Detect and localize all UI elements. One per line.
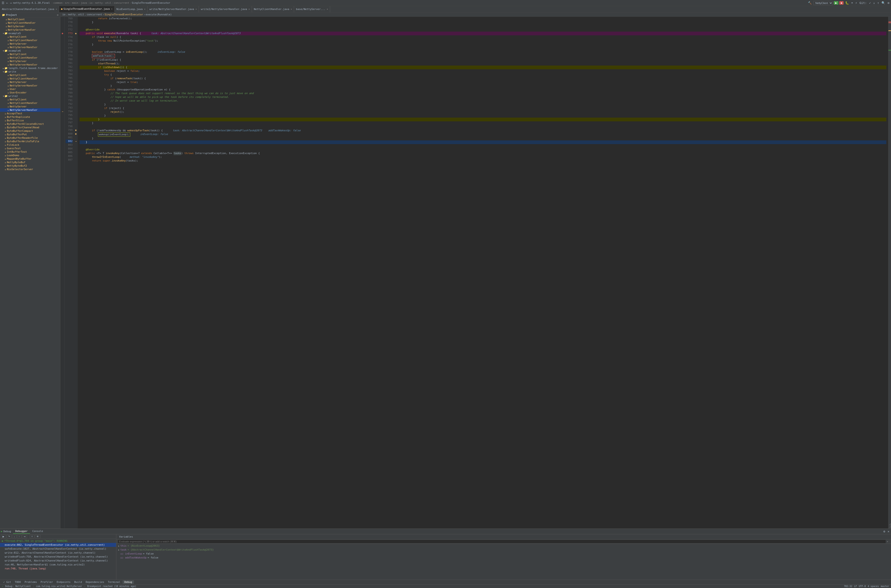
tree-item-ex5-netty-client[interactable]: ☕ NettyClient: [0, 35, 60, 39]
run-to-cursor-btn[interactable]: ⇥: [22, 535, 27, 538]
breakpoint-icon[interactable]: ●: [60, 32, 65, 35]
tree-item-write-netty-client[interactable]: ☕ NettyClient: [0, 74, 60, 77]
tree-item-write-netty-client-handler[interactable]: ☕ NettyClientHandler: [0, 77, 60, 80]
expand-icon[interactable]: ▶: [118, 549, 119, 551]
eval-input[interactable]: [118, 540, 886, 543]
tree-item-write2-netty-client-handler[interactable]: ☕ NettyClientHandler: [0, 101, 60, 105]
tab-write-server[interactable]: write/NettyServerHandler.java ×: [147, 6, 199, 12]
tree-item-ex5-netty-server[interactable]: ☕ NettyServer: [0, 42, 60, 45]
tab-close-icon[interactable]: ×: [111, 8, 113, 10]
stack-frame-1[interactable]: safeExecute:1027, AbstractChannelHandler…: [0, 547, 116, 551]
tree-item-bytebuffer-put[interactable]: ☕ ByteBufferPut: [0, 133, 60, 136]
tree-folder-length-field[interactable]: ▶ 📁 length.field.based.frame.decoder: [0, 66, 60, 70]
right-scrollbar-area[interactable]: ⚠19 ⚠10: [888, 17, 891, 528]
netty-client-status[interactable]: NettyClient: [15, 585, 31, 588]
dependencies-toolbar-item[interactable]: Dependencies: [84, 580, 105, 584]
tree-folder-write2[interactable]: ▼ 📁 write2: [0, 94, 60, 98]
todo-toolbar-item[interactable]: TODO: [13, 580, 23, 584]
tree-item-write2-netty-server-handler[interactable]: ☕ NettyServerHandler: [0, 108, 60, 112]
server-status[interactable]: com.tuling.nio.write2.NettyServer: [36, 585, 82, 588]
tab-netty-client-handler[interactable]: NettyClientHandler.java ×: [252, 6, 294, 12]
var-addtaskwakesup[interactable]: ▶ ○○ addTaskWakesUp = false: [116, 556, 891, 560]
search-icon[interactable]: 🔍: [881, 1, 886, 5]
tree-item-netty-server-1[interactable]: ☕ NettyServer: [0, 25, 60, 28]
tab-console[interactable]: Console: [30, 529, 45, 534]
debug-settings-icon[interactable]: ⚙: [883, 530, 886, 533]
tree-item-ex5-netty-client-handler[interactable]: ☕ NettyClientHandler: [0, 39, 60, 42]
git-icon[interactable]: Git:: [859, 1, 867, 5]
step-over-btn[interactable]: ↷: [6, 535, 12, 538]
tree-item-ex6-netty-client-handler[interactable]: ☕ NettyClientHandler: [0, 56, 60, 60]
debug-button[interactable]: 🐛: [844, 1, 850, 5]
watch-btn[interactable]: 👁: [35, 535, 41, 538]
stack-frame-4[interactable]: writeAndFlush:824, AbstractChannelHandle…: [0, 559, 116, 562]
tree-item-buffer-slice[interactable]: ☕ BufferSlice: [0, 119, 60, 122]
back-icon[interactable]: ←: [6, 1, 9, 5]
endpoints-toolbar-item[interactable]: Endpoints: [56, 580, 72, 584]
tab-close-icon[interactable]: ×: [248, 8, 250, 10]
tree-item-accept-test[interactable]: ☕ AcceptTest: [0, 112, 60, 115]
tab-debugger[interactable]: Debugger: [13, 529, 30, 534]
var-task[interactable]: ▶ task = {AbstractChannelHandlerContext$…: [116, 548, 891, 552]
git-update-icon[interactable]: ↓: [873, 1, 876, 5]
evaluate-btn[interactable]: =: [30, 535, 35, 538]
tree-item-bytebuffer-compact[interactable]: ☕ ByteBufferCompact: [0, 129, 60, 133]
tab-write2-server[interactable]: write2/NettyServerHandler.java ×: [199, 6, 252, 12]
git-toolbar-item[interactable]: ✓ Git: [2, 580, 12, 584]
debug-close-icon[interactable]: ✕: [887, 530, 890, 533]
tab-close-icon[interactable]: ×: [327, 8, 328, 10]
tree-item-netty-client-1[interactable]: ☕ NettyClient: [0, 18, 60, 21]
tree-item-bytebuffer-reader[interactable]: ☕ ByteBufferReaderFile: [0, 136, 60, 140]
tree-item-leakdemo[interactable]: ☕ LeakDemo: [0, 154, 60, 157]
stack-frame-2[interactable]: write:812, AbstractChannelHandlerContext…: [0, 551, 116, 555]
code-editor[interactable]: ● →: [60, 17, 891, 528]
tree-item-buffer-duplicate[interactable]: ☕ BufferDuplicate: [0, 115, 60, 119]
run-button[interactable]: ▶: [834, 1, 838, 4]
var-this[interactable]: ▶ this = {NioEventLoop@2063}: [116, 544, 891, 548]
build-toolbar-item[interactable]: Build: [73, 580, 83, 584]
problems-toolbar-item[interactable]: Problems: [23, 580, 38, 584]
tree-item-write-netty-server[interactable]: ☕ NettyServer: [0, 80, 60, 84]
tab-single-thread[interactable]: ● SingleThreadEventExecutor.java ×: [59, 6, 114, 12]
tree-item-write-user-encoder[interactable]: ☕ UserEncoder: [0, 91, 60, 94]
stack-frame-6[interactable]: run:748, Thread (java.lang): [0, 567, 116, 571]
tree-item-guesstest[interactable]: ☕ GuessTest: [0, 147, 60, 150]
step-out-btn[interactable]: ↑: [17, 535, 21, 538]
tree-item-netty-client-handler-1[interactable]: ☕ NettyClientHandler: [0, 21, 60, 25]
coverage-icon[interactable]: ☂: [850, 1, 854, 5]
tree-item-netty-server-handler-1[interactable]: ☕ NettyServerHandler: [0, 28, 60, 32]
run-config-select[interactable]: NettyClient: [813, 1, 833, 5]
tab-close-icon[interactable]: ×: [290, 8, 292, 10]
forward-icon[interactable]: →: [9, 1, 12, 5]
code-content[interactable]: return isTerminated(); } @Override publi…: [78, 17, 888, 528]
tab-base-server[interactable]: base/NettyServer... ×: [294, 6, 330, 12]
tree-folder-example5[interactable]: ▼ 📁 example5: [0, 32, 60, 35]
tree-item-bytebuffer-channel[interactable]: ☕ ByteBufferChannelRead: [0, 126, 60, 129]
settings-icon[interactable]: ⚙: [887, 1, 890, 5]
add-watch-icon[interactable]: +: [886, 540, 889, 543]
tree-item-nioselectorserver[interactable]: ☕ NioSelectorServer: [0, 168, 60, 171]
stack-frame-5[interactable]: run:46, NettyServerHandler$1 (com.tuling…: [0, 562, 116, 567]
menu-icon[interactable]: ☰: [1, 1, 5, 5]
resume-btn[interactable]: ▶: [1, 535, 6, 538]
tab-abstract-channel[interactable]: AbstractChannelHandlerContext.java ×: [0, 6, 59, 12]
tree-item-bytebuffer-allocate[interactable]: ☕ ByteBufferAllocateDirect: [0, 122, 60, 126]
tree-item-intbuffertest[interactable]: ☕ IntBufferTest: [0, 150, 60, 154]
step-into-btn[interactable]: ↓: [12, 535, 17, 538]
tree-item-write-user[interactable]: ☕ User: [0, 87, 60, 91]
profiler-toolbar-item[interactable]: Profiler: [39, 580, 54, 584]
stop-button[interactable]: ■: [839, 1, 844, 4]
tree-folder-write[interactable]: ▼ 📁 write: [0, 70, 60, 74]
stack-frame-3[interactable]: writeAndFlush:758, AbstractChannelHandle…: [0, 555, 116, 559]
eval-bar[interactable]: +: [116, 539, 891, 544]
tab-close-icon[interactable]: ×: [56, 8, 57, 10]
terminal-toolbar-item[interactable]: Terminal: [107, 580, 122, 584]
tree-item-nettybytebuf2[interactable]: ☕ NettyByteBuf2: [0, 164, 60, 168]
build-icon[interactable]: 🔨: [807, 1, 812, 5]
profile-icon[interactable]: ⚡: [855, 1, 858, 5]
git-push-icon[interactable]: ↑: [877, 1, 880, 5]
tree-item-write2-netty-client[interactable]: ☕ NettyClient: [0, 98, 60, 101]
expand-icon[interactable]: ▶: [118, 545, 119, 547]
tree-item-mappedbytebuffer[interactable]: ☕ MappedByteBuffer: [0, 157, 60, 160]
tree-item-ex5-netty-server-handler[interactable]: ☕ NettyServerHandler: [0, 45, 60, 49]
